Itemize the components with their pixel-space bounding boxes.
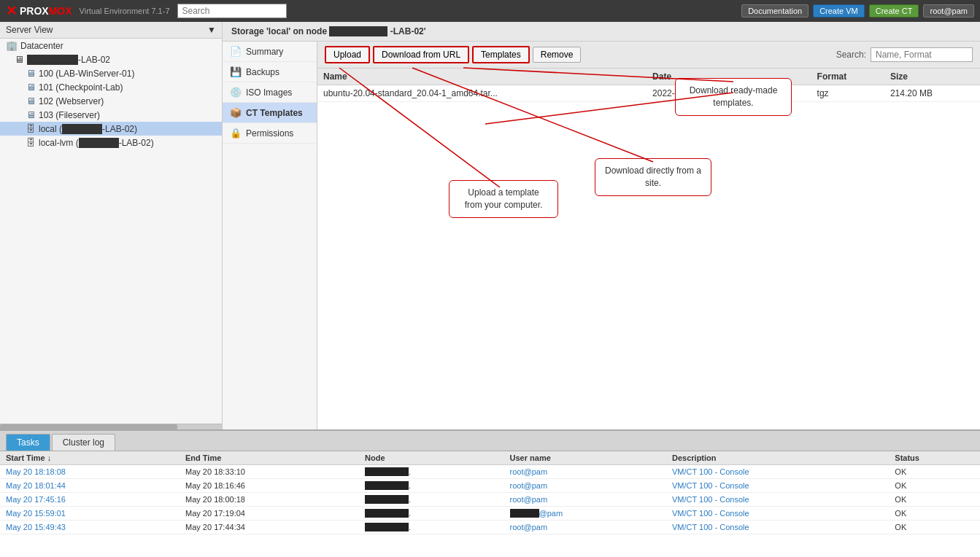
create-vm-button[interactable]: Create VM: [813, 4, 865, 17]
tasks-table-wrap: Start Time ↓ End Time Node User name Des…: [0, 451, 980, 557]
user-menu-button[interactable]: root@pam: [923, 4, 974, 17]
sidebar-item-vm103[interactable]: 🖥 103 (Fileserver): [0, 108, 222, 122]
search-input[interactable]: [177, 4, 287, 18]
right-content: Upload Download from URL Templates Remov…: [317, 42, 980, 429]
remove-button[interactable]: Remove: [533, 47, 582, 63]
sidebar-item-label: local-lvm (: [39, 138, 79, 148]
bottom-tabs: Tasks Cluster log: [0, 431, 980, 451]
task-row[interactable]: May 20 18:18:08 May 20 18:33:10 . root@p…: [0, 465, 980, 479]
vm-icon: 🖥: [26, 68, 36, 79]
storage-icon: 🗄: [26, 123, 36, 134]
task-row[interactable]: May 20 15:59:01 May 20 17:19:04 . @pam V…: [0, 507, 980, 521]
sidebar-item-vm101[interactable]: 🖥 101 (Checkpoint-Lab): [0, 80, 222, 94]
docs-button[interactable]: Documentation: [741, 4, 809, 17]
backups-icon: 💾: [230, 66, 242, 77]
task-row[interactable]: May 20 17:45:16 May 20 18:00:18 . root@p…: [0, 493, 980, 507]
templates-button[interactable]: Templates: [472, 46, 530, 63]
task-desc: VM/CT 100 - Console: [666, 465, 889, 479]
sidebar-item-label: 101 (Checkpoint-Lab): [39, 82, 123, 93]
task-user: root@pam: [504, 465, 666, 479]
sidebar: Server View ▼ 🏢 Datacenter 🖥 -LAB-02: [0, 22, 223, 429]
table-row[interactable]: ubuntu-20.04-standard_20.04-1_amd64.tar.…: [317, 85, 980, 102]
sidebar-item-local[interactable]: 🗄 local ( -LAB-02): [0, 122, 222, 136]
task-end: May 20 17:19:04: [180, 507, 359, 521]
sidebar-item-vm100[interactable]: 🖥 100 (LAB-WinServer-01): [0, 66, 222, 80]
task-user: root@pam: [504, 493, 666, 507]
col-end-time: End Time: [180, 451, 359, 465]
task-desc: VM/CT 100 - Console: [666, 479, 889, 493]
bottom-section: Tasks Cluster log Start Time ↓ End Time …: [0, 429, 980, 557]
sidebar-item-label: 103 (Fileserver): [39, 110, 100, 120]
file-size: 214.20 MB: [884, 85, 980, 102]
sidebar-item-vm102[interactable]: 🖥 102 (Webserver): [0, 94, 222, 108]
tab-tasks[interactable]: Tasks: [6, 434, 50, 451]
iso-icon: 💿: [230, 87, 242, 98]
sidebar-scrollbar[interactable]: [0, 424, 222, 429]
nav-item-iso[interactable]: 💿 ISO Images: [223, 82, 317, 103]
datacenter-icon: 🏢: [6, 40, 18, 51]
task-status: OK: [889, 479, 980, 493]
sidebar-collapse-icon[interactable]: ▼: [207, 25, 216, 35]
upload-button[interactable]: Upload: [325, 46, 370, 63]
logo-area: ✕ PROXMOX Virtual Environment 7.1-7: [6, 3, 170, 19]
storage-header: Storage 'local' on node -LAB-02': [223, 22, 980, 42]
col-start-time: Start Time ↓: [0, 451, 180, 465]
search-area: Search:: [836, 47, 973, 62]
node-name-redacted: [27, 55, 78, 65]
task-end: May 20 18:00:18: [180, 493, 359, 507]
tasks-table: Start Time ↓ End Time Node User name Des…: [0, 451, 980, 534]
task-node: .: [359, 507, 504, 521]
summary-icon: 📄: [230, 46, 242, 57]
task-row[interactable]: May 20 18:01:44 May 20 18:16:46 . root@p…: [0, 479, 980, 493]
logo-version: Virtual Environment 7.1-7: [80, 7, 170, 15]
local-name-redacted: [62, 124, 102, 134]
sidebar-item-suffix: -LAB-02): [102, 124, 137, 134]
storage-node-redacted: [329, 26, 387, 36]
sidebar-item-datacenter[interactable]: 🏢 Datacenter: [0, 39, 222, 52]
task-node: .: [359, 521, 504, 534]
storage-header-text: Storage 'local' on node: [231, 26, 329, 36]
sidebar-item-label: 100 (LAB-WinServer-01): [39, 69, 134, 79]
nav-label-permissions: Permissions: [246, 128, 293, 139]
vm-icon: 🖥: [26, 82, 36, 93]
main-layout: Server View ▼ 🏢 Datacenter 🖥 -LAB-02: [0, 22, 980, 429]
task-start: May 20 18:01:44: [0, 479, 180, 493]
sidebar-item-locallvm[interactable]: 🗄 local-lvm ( -LAB-02): [0, 136, 222, 149]
download-url-button[interactable]: Download from URL: [373, 46, 469, 63]
task-start: May 20 15:59:01: [0, 507, 180, 521]
sidebar-item-node[interactable]: 🖥 -LAB-02: [0, 52, 222, 66]
task-end: May 20 17:44:34: [180, 521, 359, 534]
file-format: tgz: [811, 85, 884, 102]
task-start: May 20 18:18:08: [0, 465, 180, 479]
task-status: OK: [889, 493, 980, 507]
task-node: .: [359, 479, 504, 493]
task-end: May 20 18:33:10: [180, 465, 359, 479]
nav-label-backups: Backups: [246, 67, 279, 77]
locallvm-name-redacted: [79, 138, 119, 148]
create-ct-button[interactable]: Create CT: [869, 4, 919, 17]
task-status: OK: [889, 465, 980, 479]
task-desc: VM/CT 100 - Console: [666, 507, 889, 521]
file-date: 2022-05-06 19:47:55: [647, 85, 811, 102]
panels: 📄 Summary 💾 Backups 💿 ISO Images 📦 CT Te…: [223, 42, 980, 429]
content-area: Storage 'local' on node -LAB-02' 📄 Summa…: [223, 22, 980, 429]
task-user: root@pam: [504, 521, 666, 534]
col-size: Size: [884, 69, 980, 85]
nav-item-ct-templates[interactable]: 📦 CT Templates: [223, 103, 317, 123]
permissions-icon: 🔒: [230, 128, 242, 139]
logo-brand: PROXMOX: [20, 5, 72, 17]
nav-item-summary[interactable]: 📄 Summary: [223, 42, 317, 62]
col-username: User name: [504, 451, 666, 465]
search-label: Search:: [836, 50, 866, 60]
task-row[interactable]: May 20 15:49:43 May 20 17:44:34 . root@p…: [0, 521, 980, 534]
topbar: ✕ PROXMOX Virtual Environment 7.1-7 Docu…: [0, 0, 980, 22]
tab-cluster-log-label: Cluster log: [63, 437, 104, 448]
tab-cluster-log[interactable]: Cluster log: [52, 434, 115, 451]
file-name: ubuntu-20.04-standard_20.04-1_amd64.tar.…: [317, 85, 647, 102]
sidebar-scrollbar-thumb[interactable]: [0, 424, 177, 429]
vm-icon: 🖥: [26, 96, 36, 106]
nav-item-backups[interactable]: 💾 Backups: [223, 62, 317, 82]
tab-tasks-label: Tasks: [17, 437, 39, 448]
nav-item-permissions[interactable]: 🔒 Permissions: [223, 123, 317, 144]
search-input-right[interactable]: [871, 47, 973, 62]
